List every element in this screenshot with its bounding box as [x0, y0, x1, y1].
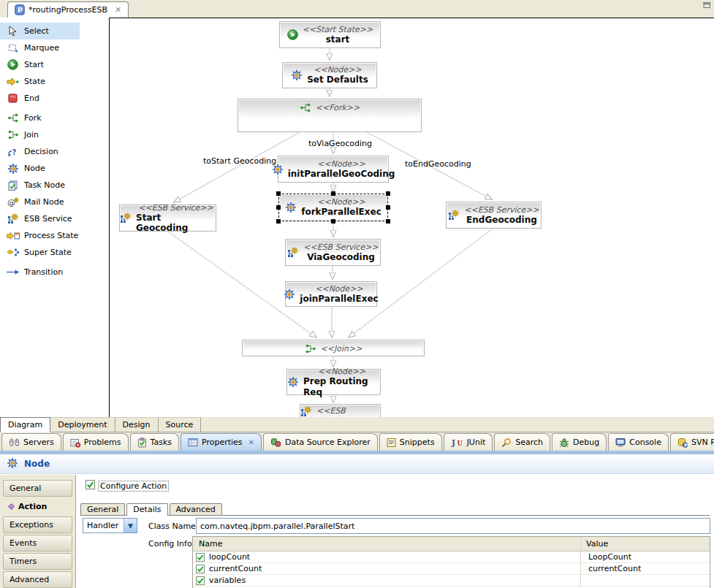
- selection-handle[interactable]: [276, 205, 281, 210]
- diagram-node-set-defaults[interactable]: <<Node>>Set Defaults: [282, 62, 377, 88]
- diagram-node-forkparallelexec[interactable]: <<Node>>forkParallelExec: [278, 194, 388, 221]
- node-name: Set Defaults: [307, 75, 368, 85]
- close-icon[interactable]: ✕: [248, 438, 254, 446]
- diagram-node-prep-routing-req[interactable]: <<Node>>Prep Routing Req: [286, 369, 381, 395]
- class-name-value: com.navteq.jbpm.parallel.ParallelStart: [200, 522, 354, 531]
- palette-item-state[interactable]: State: [0, 73, 80, 90]
- selection-handle[interactable]: [386, 191, 390, 196]
- config-row-name: currentCount: [209, 564, 262, 573]
- palette-item-label: State: [24, 77, 45, 86]
- checkbox-checked-icon[interactable]: [196, 565, 205, 573]
- diagram-node-initparallelgeocoding[interactable]: <<Node>>initParallelGeoCoding: [278, 156, 389, 183]
- tasks-icon: [137, 438, 147, 448]
- chevron-down-icon[interactable]: ▼: [124, 519, 137, 532]
- palette-item-marquee[interactable]: Marquee: [0, 39, 80, 56]
- column-value[interactable]: Value: [586, 539, 608, 549]
- props-nav-timers[interactable]: Timers: [3, 553, 72, 570]
- configure-action-label[interactable]: Configure Action: [99, 481, 168, 491]
- palette-item-select[interactable]: Select: [0, 23, 80, 39]
- column-name[interactable]: Name: [193, 539, 222, 549]
- selection-handle[interactable]: [386, 205, 390, 210]
- selection-handle[interactable]: [276, 191, 281, 196]
- close-icon[interactable]: ✕: [115, 5, 121, 15]
- palette-item-node[interactable]: Node: [0, 160, 80, 177]
- mode-tab-source[interactable]: Source: [159, 417, 202, 432]
- diagram-node-start-geocoding[interactable]: <<ESB Service>>Start Geocoding: [119, 205, 216, 232]
- fork-icon: [300, 103, 311, 112]
- diagram-node-via-geocoding[interactable]: <<ESB Service>>ViaGeocoding: [285, 239, 381, 266]
- view-tab-debug[interactable]: Debug: [552, 433, 607, 451]
- view-tab-problems[interactable]: Problems: [63, 433, 129, 451]
- diagram-node-fork[interactable]: <<Fork>>: [238, 99, 422, 132]
- config-row-currentcount[interactable]: currentCountcurrentCount: [193, 563, 710, 575]
- edge-label-toendgeocoding: toEndGeocoding: [405, 159, 471, 169]
- class-name-input[interactable]: com.navteq.jbpm.parallel.ParallelStart: [196, 518, 710, 534]
- view-tab-search[interactable]: Search: [494, 433, 550, 451]
- config-row-variables[interactable]: variables: [193, 575, 710, 587]
- palette-item-label: Mail Node: [24, 197, 64, 207]
- palette-item-esb-service[interactable]: ESB Service: [0, 210, 80, 227]
- props-nav-action[interactable]: Action: [3, 498, 72, 515]
- palette-item-task-node[interactable]: Task Node: [0, 177, 80, 194]
- palette-item-super-state[interactable]: Super State: [0, 244, 80, 261]
- palette-item-start[interactable]: Start: [0, 56, 80, 73]
- selection-handle[interactable]: [331, 219, 335, 224]
- checkbox-checked-icon[interactable]: [196, 576, 205, 585]
- selection-handle[interactable]: [276, 219, 281, 224]
- esb-icon: [300, 406, 312, 417]
- mode-tab-diagram[interactable]: Diagram: [0, 417, 50, 432]
- view-tab-bar: ServersProblemsTasksProperties✕Data Sour…: [0, 432, 714, 451]
- svn-icon: P: [677, 438, 688, 448]
- properties-nav: GeneralActionExceptionsEventsTimersAdvan…: [0, 475, 76, 588]
- config-row-loopcount[interactable]: loopCountLoopCount: [193, 551, 710, 563]
- props-nav-advanced[interactable]: Advanced: [3, 571, 72, 588]
- palette-item-fork[interactable]: Fork: [0, 110, 80, 126]
- editor-tab-title: *routingProcessESB: [29, 5, 107, 15]
- checkbox-checked-icon[interactable]: [196, 553, 205, 562]
- restore-icon[interactable]: [703, 1, 711, 9]
- palette-item-transition[interactable]: Transition: [0, 264, 80, 280]
- diagram-node-joinparallelexec[interactable]: <<Node>>joinParallelExec: [285, 281, 377, 307]
- diagram-node-esb-bottom[interactable]: <<ESB Service>>: [300, 404, 381, 418]
- view-tab-data-source-explorer[interactable]: Data Source Explorer: [263, 433, 378, 451]
- diagram-node-start[interactable]: <<Start State>>start: [279, 21, 381, 48]
- selection-handle[interactable]: [386, 219, 390, 224]
- palette-item-join[interactable]: Join: [0, 126, 80, 143]
- palette-item-decision[interactable]: ?Decision: [0, 143, 80, 160]
- column-divider: [580, 575, 581, 586]
- selection-handle[interactable]: [331, 191, 335, 196]
- props-nav-label: Exceptions: [10, 520, 53, 530]
- handler-select[interactable]: Handler ▼: [83, 518, 137, 533]
- mode-tab-design[interactable]: Design: [115, 417, 159, 432]
- view-tab-snippets[interactable]: Snippets: [379, 433, 442, 451]
- gear-icon: [6, 163, 20, 175]
- palette-item-end[interactable]: End: [0, 90, 80, 107]
- action-tab-advanced[interactable]: Advanced: [170, 503, 222, 515]
- view-tab-junit[interactable]: JUJUnit: [444, 433, 493, 451]
- column-divider[interactable]: [580, 537, 581, 551]
- diagram-node-end-geocoding[interactable]: <<ESB Service>>EndGeocoding: [446, 202, 542, 229]
- node-stereotype: <<Node>>: [314, 65, 362, 75]
- properties-title: Node: [24, 459, 50, 469]
- action-tab-general[interactable]: General: [80, 503, 125, 515]
- view-tab-tasks[interactable]: Tasks: [130, 433, 179, 451]
- view-tab-console[interactable]: Console: [608, 433, 669, 451]
- mode-tab-deployment[interactable]: Deployment: [50, 417, 115, 432]
- view-tab-label: Snippets: [400, 438, 435, 447]
- diagram-node-join[interactable]: <<Join>>: [242, 340, 425, 356]
- checkbox-checked-icon[interactable]: [86, 480, 95, 492]
- props-nav-events[interactable]: Events: [3, 535, 72, 551]
- action-tab-details[interactable]: Details: [126, 503, 167, 516]
- props-nav-exceptions[interactable]: Exceptions: [3, 516, 72, 533]
- palette-item-mail-node[interactable]: @Mail Node: [0, 194, 80, 210]
- view-tab-servers[interactable]: Servers: [1, 433, 61, 451]
- editor-tab-routingprocessesb[interactable]: P *routingProcessESB ✕: [7, 1, 129, 18]
- diagram-canvas[interactable]: toStart GeocodingtoViaGeocodingtoEndGeoc…: [109, 18, 714, 418]
- gear-icon: [272, 164, 284, 175]
- view-tab-properties[interactable]: Properties✕: [181, 433, 262, 451]
- debug-icon: [559, 438, 569, 448]
- view-tab-svn-properties[interactable]: PSVN Properties: [670, 433, 714, 451]
- editor-tab-bar: P *routingProcessESB ✕: [0, 0, 714, 18]
- props-nav-general[interactable]: General: [3, 480, 72, 497]
- palette-item-process-state[interactable]: Process State: [0, 227, 80, 244]
